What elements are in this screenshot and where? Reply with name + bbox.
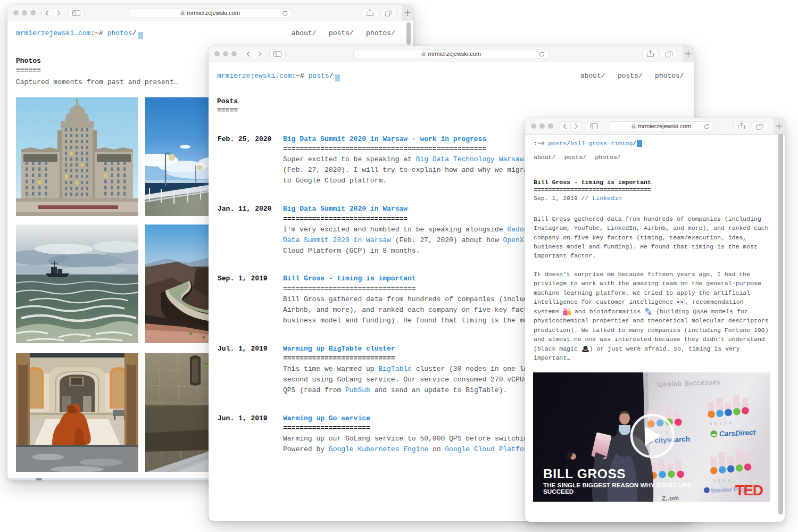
svg-text:THE SINGLE BIGGEST REASON WHY: THE SINGLE BIGGEST REASON WHY START-UPS (543, 481, 691, 488)
svg-text:BILL GROSS: BILL GROSS (543, 467, 626, 481)
svg-text:SUCCEED: SUCCEED (543, 488, 573, 495)
svg-text:CarsDirect: CarsDirect (719, 428, 756, 438)
svg-text:TED: TED (735, 482, 763, 498)
svg-text:Z..om: Z..om (662, 494, 679, 502)
svg-text:3685: 3685 (713, 478, 733, 484)
